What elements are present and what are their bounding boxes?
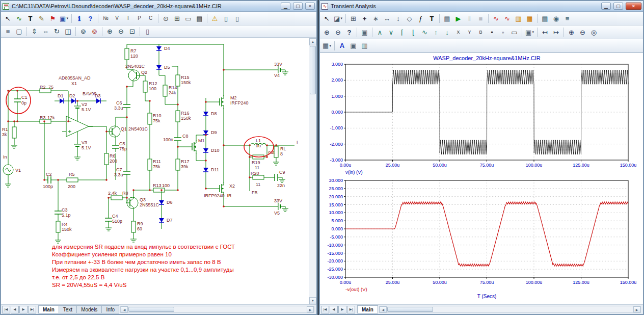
schematic-text[interactable]: 3.3u [114,106,123,111]
schematic-canvas[interactable]: R275C10pR312kR13kInV1AD8055AN_ADX1D1D2BA… [1,38,309,304]
horizontal-scrollbar-thumb[interactable] [128,307,174,312]
schematic-text[interactable]: R13 [153,183,162,188]
part-R6[interactable] [104,151,109,167]
tab-text[interactable]: Text [59,305,77,313]
schematic-text[interactable]: D9 [211,130,217,135]
analysis-close-button[interactable]: × [626,3,641,10]
watch-icon[interactable]: ◉ [551,13,561,23]
schematic-text[interactable]: 100 [149,86,156,91]
part-gnd[interactable] [11,143,17,148]
cursor-mode-icon[interactable]: + [359,13,370,23]
flip-horizontal-icon[interactable]: ⇔ [40,27,51,37]
schematic-text[interactable]: C4 [112,214,118,219]
schematic-text[interactable]: R14 [169,85,177,90]
border-toggle-icon[interactable]: ▭ [183,13,194,23]
schematic-text[interactable]: Q1 [121,126,127,132]
data-points-icon[interactable]: • [487,27,497,37]
schematic-text[interactable]: 75k [153,164,160,169]
schematic-text[interactable]: R16 [181,111,190,116]
zoom-in-icon[interactable]: ⊕ [321,27,332,37]
schematic-text[interactable]: V1 [15,168,21,173]
part-gnd[interactable] [273,160,279,165]
schematic-text[interactable]: 0p [21,100,26,106]
part-Q3[interactable] [126,196,138,209]
schematic-text[interactable]: C1 [21,95,28,100]
schematic-text[interactable]: R11 [153,159,161,164]
schematic-text[interactable]: R1 [2,127,8,132]
point-tag-icon[interactable]: ∗ [370,13,381,23]
part-V4[interactable] [275,66,283,73]
last-page-button[interactable]: ▶| [347,306,355,313]
zoom-query-icon[interactable]: ? [344,27,355,37]
grid-toggle-icon[interactable]: ⊞ [172,13,182,23]
wire-mode-icon[interactable]: ∿ [14,13,24,23]
part-X1[interactable] [62,111,93,141]
schematic-text[interactable]: 8 [280,151,283,156]
run-button[interactable]: ▶ [453,13,464,23]
schematic-text[interactable]: 100p [43,184,53,189]
series-label-2[interactable]: -v(out) (V) [345,286,367,292]
low-icon[interactable]: ⌊ [408,27,419,37]
pause-button[interactable]: ‖ [464,13,475,23]
schematic-text[interactable]: 510p [112,219,122,224]
part-D3[interactable] [94,98,102,103]
current-display-icon[interactable]: I [123,13,133,23]
schematic-text[interactable]: R4 [62,222,68,227]
part-V1[interactable] [3,165,13,175]
schematic-text[interactable]: 11 [256,182,260,187]
part-D5[interactable] [156,63,162,71]
schematic-text[interactable]: R5 [69,172,75,177]
schematic-text[interactable]: C3 [62,207,68,213]
cursor-right-icon[interactable]: ↦ [551,27,561,37]
schematic-text[interactable]: R12 [149,81,157,86]
graphics-tool-icon[interactable]: ✎ [36,13,47,23]
text-tool-icon[interactable]: T [25,13,36,23]
scroll-down-button[interactable]: ▼ [309,297,316,304]
schematic-text[interactable]: 39k [181,164,189,169]
condition-display-icon[interactable]: C [145,13,156,23]
part-gnd[interactable] [282,206,288,212]
zoom-out-icon[interactable]: ⊖ [333,27,343,37]
clipboard-icon-arrow[interactable]: ▾ [532,30,534,34]
page-icon[interactable]: ▯ [142,27,153,37]
power-display-icon[interactable]: P [134,13,145,23]
schematic-text[interactable]: R19 [252,160,260,165]
part-gnd[interactable] [105,226,112,231]
schematic-text[interactable]: 150k [181,80,191,85]
graph-select-dropdown-arrow[interactable]: ▾ [340,16,342,20]
rotate-icon[interactable]: ↻ [51,27,62,37]
clipboard-icon[interactable]: ▣▾ [524,27,535,37]
stop-button[interactable]: ■ [475,13,486,23]
schematic-text[interactable]: IRFP240 [230,100,249,106]
vertical-scrollbar-thumb[interactable] [310,46,316,94]
part-D2[interactable] [69,98,77,103]
help-mode-icon[interactable]: ? [85,13,96,23]
part-R7[interactable] [125,46,129,62]
schematic-restore-button[interactable]: ▢ [293,3,303,10]
global-low-icon[interactable]: ↓ [442,27,452,37]
zoom-out-icon[interactable]: ⊖ [116,27,126,37]
part-D1[interactable] [58,98,66,103]
schematic-text[interactable]: 75k [153,118,160,123]
part-R9[interactable] [131,219,136,235]
schematic-text[interactable]: IRFP9240_IR [204,193,232,198]
warning-icon[interactable]: ⚠ [209,13,220,23]
first-page-button[interactable]: |◀ [2,306,10,313]
schematic-text[interactable]: R7 [130,48,137,54]
part-D4[interactable] [156,44,162,52]
schematic-text[interactable]: D1 [58,93,64,98]
part-C6[interactable] [123,101,130,111]
font-icon[interactable]: A [337,41,347,51]
part-C3[interactable] [55,207,62,218]
picture-tool-icon-arrow[interactable]: ▾ [66,16,68,20]
schematic-text[interactable]: R8 [122,191,128,196]
numeric-output-icon[interactable]: ▤ [540,13,550,23]
performance-tag-icon[interactable]: ◇ [404,13,415,23]
schematic-text[interactable]: C6 [116,100,122,106]
schematic-text[interactable]: R3 [40,115,46,120]
schematic-close-button[interactable]: × [305,3,315,10]
state-variables-icon[interactable]: ≡ [562,13,573,23]
part-R12[interactable] [143,78,147,95]
go-to-x-icon[interactable]: X [453,27,464,37]
schematic-text[interactable]: 22n [277,183,285,188]
